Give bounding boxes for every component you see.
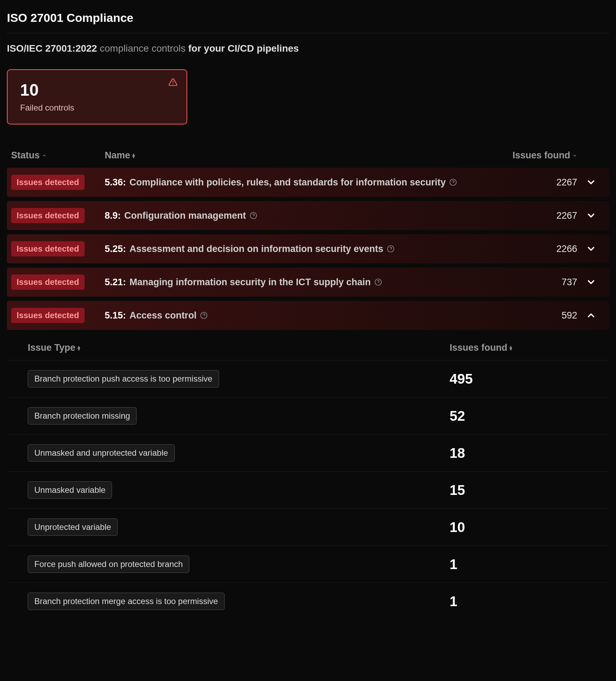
issue-type-row[interactable]: Branch protection push access is too per…: [7, 360, 609, 397]
status-badge: Issues detected: [11, 308, 85, 323]
status-badge: Issues detected: [11, 208, 85, 223]
sort-asc-icon: [42, 153, 47, 158]
status-badge: Issues detected: [11, 274, 85, 290]
sort-desc-icon: [572, 153, 577, 158]
control-row[interactable]: Issues detected5.36: Compliance with pol…: [7, 168, 609, 197]
chevron-down-icon: [586, 277, 596, 287]
issues-count: 592: [501, 310, 577, 321]
help-icon[interactable]: [250, 212, 257, 219]
expand-toggle[interactable]: [577, 210, 605, 221]
subtitle-mid: compliance controls: [97, 43, 188, 54]
issue-type-count: 1: [450, 557, 588, 572]
issue-type-row[interactable]: Branch protection missing52: [7, 397, 609, 434]
control-row[interactable]: Issues detected5.25: Assessment and deci…: [7, 234, 609, 263]
chevron-up-icon: [586, 310, 596, 321]
inner-column-issues-found[interactable]: Issues found ▴▾: [450, 342, 588, 353]
help-icon[interactable]: [449, 178, 457, 186]
failed-controls-card[interactable]: 10 Failed controls: [7, 69, 187, 124]
issue-type-count: 10: [450, 520, 588, 535]
column-name[interactable]: Name ▴▾: [105, 150, 501, 161]
help-icon[interactable]: [374, 278, 382, 286]
control-name: 5.21: Managing information security in t…: [105, 277, 501, 288]
chevron-down-icon: [586, 210, 596, 221]
failed-controls-label: Failed controls: [20, 103, 174, 113]
sort-icon: ▴▾: [510, 346, 512, 350]
issue-type-pill: Force push allowed on protected branch: [28, 556, 189, 573]
column-issues-found[interactable]: Issues found: [501, 150, 577, 161]
issue-type-count: 52: [450, 408, 588, 424]
warning-icon: [168, 78, 177, 87]
column-status-label: Status: [11, 150, 40, 161]
issue-type-row[interactable]: Unmasked and unprotected variable18: [7, 434, 609, 471]
expand-toggle[interactable]: [577, 177, 605, 187]
issue-type-row[interactable]: Branch protection merge access is too pe…: [7, 583, 609, 620]
issue-type-pill: Branch protection merge access is too pe…: [28, 593, 225, 610]
control-row[interactable]: Issues detected5.15: Access control 592: [7, 301, 609, 330]
issue-type-pill: Unmasked variable: [28, 481, 112, 499]
issues-count: 737: [501, 277, 577, 288]
control-name: 5.36: Compliance with policies, rules, a…: [105, 177, 501, 188]
issues-count: 2267: [501, 177, 577, 188]
control-name: 5.25: Assessment and decision on informa…: [105, 244, 501, 254]
subtitle-target: for your CI/CD pipelines: [188, 43, 299, 54]
control-row[interactable]: Issues detected5.21: Managing informatio…: [7, 268, 609, 297]
column-status[interactable]: Status: [11, 150, 105, 161]
column-name-label: Name: [105, 150, 130, 161]
issue-type-pill: Unmasked and unprotected variable: [28, 444, 175, 462]
issue-type-count: 1: [450, 594, 588, 609]
issue-type-row[interactable]: Force push allowed on protected branch1: [7, 545, 609, 583]
issues-count: 2266: [501, 244, 577, 254]
page-title: ISO 27001 Compliance: [7, 7, 609, 33]
issue-type-row[interactable]: Unmasked variable15: [7, 471, 609, 508]
help-icon[interactable]: [200, 312, 208, 319]
issue-type-pill: Branch protection push access is too per…: [28, 370, 219, 387]
issues-count: 2267: [501, 210, 577, 221]
issue-type-row[interactable]: Unprotected variable10: [7, 508, 609, 545]
expand-toggle[interactable]: [577, 310, 605, 321]
expand-toggle[interactable]: [577, 244, 605, 254]
table-header: Status Name ▴▾ Issues found: [7, 144, 609, 168]
subtitle-iso: ISO/IEC 27001:2022: [7, 43, 97, 54]
chevron-down-icon: [586, 177, 596, 187]
inner-column-issue-type[interactable]: Issue Type ▴▾: [28, 342, 450, 353]
failed-controls-count: 10: [20, 80, 174, 99]
chevron-down-icon: [586, 244, 596, 254]
control-name: 5.15: Access control: [105, 310, 501, 321]
control-row[interactable]: Issues detected8.9: Configuration manage…: [7, 201, 609, 230]
control-name: 8.9: Configuration management: [105, 210, 501, 221]
page-subtitle: ISO/IEC 27001:2022 compliance controls f…: [7, 43, 609, 54]
inner-table-header: Issue Type ▴▾Issues found ▴▾: [7, 334, 609, 360]
issue-type-count: 18: [450, 445, 588, 461]
sort-icon: ▴▾: [78, 346, 80, 350]
issue-type-pill: Unprotected variable: [28, 518, 118, 536]
divider: [7, 33, 609, 33]
status-badge: Issues detected: [11, 175, 85, 190]
issue-type-count: 495: [450, 371, 588, 387]
status-badge: Issues detected: [11, 241, 85, 256]
sort-icon: ▴▾: [132, 153, 135, 158]
expand-toggle[interactable]: [577, 277, 605, 287]
help-icon[interactable]: [387, 245, 394, 253]
column-issues-label: Issues found: [512, 150, 570, 161]
issue-type-count: 15: [450, 482, 588, 498]
issue-type-pill: Branch protection missing: [28, 407, 137, 425]
